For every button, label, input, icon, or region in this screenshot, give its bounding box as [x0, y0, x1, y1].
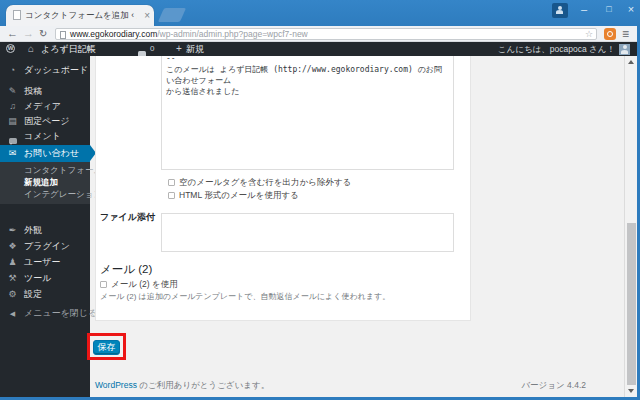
- checkbox-exclude-blank-row[interactable]: 空のメールタグを含む行を出力から除外する: [168, 177, 351, 187]
- new-content-link[interactable]: 新規: [186, 42, 204, 56]
- sidebar-item-tools[interactable]: ⚒ツール: [0, 271, 90, 286]
- scrollbar-thumb[interactable]: [627, 223, 636, 385]
- sidebar-item-comments[interactable]: コメント: [0, 129, 90, 144]
- plugins-icon: ❖: [6, 239, 19, 254]
- comments-icon[interactable]: [138, 46, 146, 52]
- contact-submenu: コンタクトフォーム 新規追加 インテグレーション: [0, 162, 90, 204]
- tab-title: コンタクトフォームを追加 ‹ よろ: [25, 9, 137, 22]
- checkbox-icon[interactable]: [168, 179, 175, 186]
- save-button[interactable]: 保存: [93, 340, 120, 355]
- footer-thanks: WordPress のご利用ありがとうございます。: [95, 380, 269, 392]
- sidebar-item-label: プラグイン: [24, 239, 70, 254]
- sidebar-item-label: コメント: [24, 129, 61, 144]
- scroll-up-icon[interactable]: [625, 56, 637, 68]
- tab-close-icon[interactable]: ×: [144, 9, 150, 22]
- checkbox-icon[interactable]: [168, 192, 175, 199]
- file-attachments-label: ファイル添付: [100, 211, 155, 224]
- username: pocapoca: [550, 44, 587, 54]
- sidebar-item-label: ダッシュボード: [24, 63, 88, 78]
- page-icon: [60, 31, 66, 39]
- dashboard-icon: ◔: [6, 63, 19, 78]
- profile-person-icon: [554, 4, 566, 17]
- sidebar-item-users[interactable]: ♟ユーザー: [0, 255, 90, 270]
- forward-icon[interactable]: →: [23, 26, 34, 41]
- mail-settings-panel: -- このメールは よろず日記帳 (http://www.egokorodiar…: [95, 56, 471, 321]
- sidebar-item-posts[interactable]: ✎投稿: [0, 84, 90, 99]
- media-icon: ♫: [6, 99, 19, 114]
- site-name-link[interactable]: よろず日記帳: [41, 42, 96, 56]
- browser-toolbar: ← → ↻ www.egokorodiary.com/wp-admin/admi…: [0, 26, 637, 42]
- extension-icon[interactable]: [604, 28, 616, 40]
- profile-button[interactable]: [552, 3, 568, 18]
- mail2-heading: メール (2): [100, 262, 152, 277]
- sidebar-item-label: 外観: [24, 223, 42, 238]
- scrollbar[interactable]: [624, 56, 637, 397]
- sidebar-item-media[interactable]: ♫メディア: [0, 99, 90, 114]
- sidebar-item-settings[interactable]: ⚙設定: [0, 287, 90, 302]
- avatar-person-icon: [619, 44, 630, 55]
- checkbox-label: メール (2) を使用: [111, 279, 178, 289]
- sidebar-item-label: お問い合わせ: [24, 145, 79, 162]
- settings-icon: ⚙: [6, 287, 19, 302]
- browser-tab[interactable]: コンタクトフォームを追加 ‹ よろ ×: [6, 5, 154, 26]
- file-attachments-textarea[interactable]: [161, 213, 454, 252]
- minimize-button[interactable]: –: [574, 1, 594, 18]
- checkbox-html-mail-row[interactable]: HTML 形式のメールを使用する: [168, 190, 299, 200]
- avatar[interactable]: [619, 44, 630, 55]
- sidebar-item-label: 投稿: [24, 84, 42, 99]
- sidebar-item-label: 設定: [24, 287, 42, 302]
- greeting-suffix: さん！: [587, 44, 615, 54]
- back-icon[interactable]: ←: [7, 26, 18, 41]
- sidebar-item-contact[interactable]: ✉お問い合わせ: [0, 145, 90, 162]
- submenu-item-integration[interactable]: インテグレーション: [24, 188, 102, 200]
- user-greeting[interactable]: こんにちは、pocapoca さん！: [498, 42, 615, 56]
- checkbox-label: 空のメールタグを含む行を出力から除外する: [179, 177, 351, 187]
- url-domain: www.egokorodiary.com: [70, 29, 157, 39]
- plus-icon[interactable]: +: [176, 42, 182, 56]
- maximize-button[interactable]: □: [599, 1, 619, 18]
- sidebar-item-appearance[interactable]: ✒外観: [0, 223, 90, 238]
- sidebar-item-label: メディア: [24, 99, 61, 114]
- titlebar: コンタクトフォームを追加 ‹ よろ × – □ ×: [0, 0, 640, 26]
- home-icon[interactable]: ⌂: [28, 42, 34, 56]
- chrome-menu-icon[interactable]: ≡: [622, 26, 629, 42]
- bookmark-star-icon[interactable]: ☆: [585, 29, 593, 40]
- wp-admin-bar: W ⌂ よろず日記帳 0 + 新規 こんにちは、pocapoca さん！: [0, 42, 637, 56]
- submenu-item-add-new[interactable]: 新規追加: [24, 176, 58, 188]
- posts-icon: ✎: [6, 84, 19, 99]
- comment-count[interactable]: 0: [150, 42, 154, 56]
- new-tab-button[interactable]: [158, 8, 186, 22]
- wordpress-link[interactable]: WordPress: [95, 380, 137, 390]
- sidebar-item-plugins[interactable]: ❖プラグイン: [0, 239, 90, 254]
- sidebar-collapse-menu[interactable]: ◀メニューを閉じる: [0, 306, 90, 321]
- footer-thanks-text: のご利用ありがとうございます。: [137, 380, 269, 390]
- wordpress-logo-icon[interactable]: W: [6, 44, 15, 53]
- mail-body-textarea[interactable]: -- このメールは よろず日記帳 (http://www.egokorodiar…: [161, 56, 454, 170]
- pages-icon: ▤: [6, 114, 19, 129]
- browser-window: コンタクトフォームを追加 ‹ よろ × – □ × ← → ↻ www.egok…: [0, 0, 640, 400]
- sidebar-item-dashboard[interactable]: ◔ダッシュボード: [0, 63, 90, 78]
- url-bar[interactable]: www.egokorodiary.com/wp-admin/admin.php?…: [55, 28, 597, 40]
- reload-icon[interactable]: ↻: [39, 26, 47, 41]
- tools-icon: ⚒: [6, 271, 19, 286]
- mail2-description: メール (2) は追加のメールテンプレートで、自動返信メールによく使われます。: [100, 291, 390, 302]
- submenu-item-contact-forms[interactable]: コンタクトフォーム: [24, 164, 102, 176]
- checkbox-use-mail2-row[interactable]: メール (2) を使用: [100, 279, 178, 289]
- sidebar-item-label: 固定ページ: [24, 114, 69, 129]
- checkbox-label: HTML 形式のメールを使用する: [179, 190, 299, 200]
- collapse-icon: ◀: [6, 306, 19, 321]
- footer-version: バージョン 4.4.2: [521, 380, 586, 392]
- window-close-button[interactable]: ×: [621, 1, 640, 18]
- scroll-down-icon[interactable]: [625, 385, 637, 397]
- sidebar-item-label: メニューを閉じる: [24, 306, 97, 321]
- users-icon: ♟: [6, 255, 19, 270]
- sidebar-item-label: ツール: [24, 271, 51, 286]
- sidebar-item-pages[interactable]: ▤固定ページ: [0, 114, 90, 129]
- page-content: ◔ダッシュボード ✎投稿 ♫メディア ▤固定ページ コメント ✉お問い合わせ コ…: [0, 56, 637, 397]
- sidebar-item-label: ユーザー: [24, 255, 60, 270]
- appearance-icon: ✒: [6, 223, 19, 238]
- url-text: www.egokorodiary.com/wp-admin/admin.php?…: [70, 29, 308, 39]
- greeting-prefix: こんにちは、: [498, 44, 550, 54]
- admin-sidebar: ◔ダッシュボード ✎投稿 ♫メディア ▤固定ページ コメント ✉お問い合わせ コ…: [0, 56, 90, 397]
- checkbox-icon[interactable]: [100, 281, 107, 288]
